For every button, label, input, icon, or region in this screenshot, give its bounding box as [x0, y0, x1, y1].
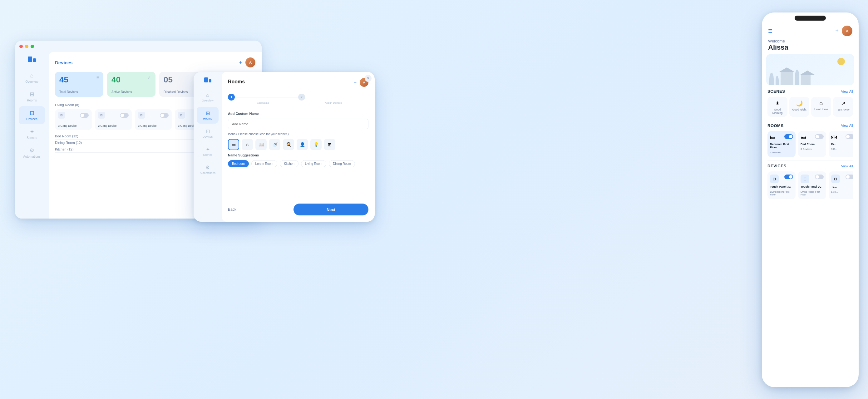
sidebar-item-devices[interactable]: ⊡ Devices — [19, 106, 45, 124]
phone-scroll-body[interactable]: SCENES View All ☀ Good Morning 🌙 Good Ni… — [762, 89, 859, 387]
sidebar-item-rooms[interactable]: ⊞ Rooms — [19, 87, 45, 105]
tablet-page-title: Rooms — [228, 79, 245, 85]
device-name-2: 2 Gang Device — [98, 124, 129, 127]
next-button[interactable]: Next — [293, 204, 368, 215]
scene-good-night[interactable]: 🌙 Good Night — [789, 97, 809, 117]
toggle-bedroom-first[interactable] — [784, 134, 793, 139]
welcome-name: Alissa — [768, 43, 852, 52]
toggle-dining[interactable] — [845, 134, 853, 139]
stat-active-devices: 40 ✓ Active Devices — [107, 72, 155, 97]
scenes-grid: ☀ Good Morning 🌙 Good Night ⌂ I am Home … — [768, 97, 853, 117]
device-phone-card-2[interactable]: ⊡ Touch Panel 2G Living Room First Floor — [798, 172, 826, 199]
toggle-3[interactable] — [160, 113, 168, 118]
close-button[interactable]: × — [365, 75, 372, 82]
automations-icon: ⚙ — [29, 147, 34, 154]
step-line-1 — [235, 97, 298, 97]
i-am-home-label: I am Home — [814, 108, 828, 111]
toggle-1[interactable] — [80, 113, 89, 118]
icon-book[interactable]: 📖 — [255, 139, 267, 150]
icon-lamp[interactable]: 💡 — [310, 139, 321, 150]
sidebar-item-overview[interactable]: ⌂ Overview — [19, 69, 45, 87]
sidebar-item-automations[interactable]: ⚙ Automations — [19, 144, 45, 162]
scene-i-am-home[interactable]: ⌂ I am Home — [811, 97, 831, 117]
icon-bed[interactable]: 🛏 — [228, 139, 239, 150]
device-card-2: ⊡ 2 Gang Device — [95, 109, 132, 130]
suggestion-kitchen[interactable]: Kitchen — [280, 160, 298, 167]
step-number-1: 1 — [230, 95, 232, 99]
tablet-nav-overview[interactable]: ⌂ Overview — [197, 89, 219, 105]
dining-name: Di... — [831, 143, 853, 146]
titlebar-minimize-dot[interactable] — [25, 44, 28, 48]
icon-house[interactable]: ⌂ — [242, 139, 253, 150]
titlebar-maximize-dot[interactable] — [31, 44, 34, 48]
room-card-bedroom[interactable]: 🛏 Bed Room 3 Devices — [798, 131, 826, 157]
icon-grid-view[interactable]: ⊞ — [324, 139, 335, 150]
bedroom-first-name: Bedroom First Floor — [770, 143, 793, 150]
tablet-nav-rooms[interactable]: ⊞ Rooms — [197, 107, 219, 124]
toggle-device-2[interactable] — [815, 175, 824, 179]
scene-good-morning[interactable]: ☀ Good Morning — [768, 97, 787, 117]
devices-scroll: ⊡ Touch Panel 3G Living Room First Floor… — [768, 172, 853, 199]
tablet-main: Rooms + A 1 Add Name — [222, 72, 375, 222]
i-am-away-label: I am Away — [836, 108, 849, 112]
suggestion-bedroom[interactable]: Bedroom — [228, 160, 249, 167]
room-card-bedroom-first[interactable]: 🛏 Bedroom First Floor 6 Devices — [768, 131, 796, 157]
tablet-overview-icon: ⌂ — [206, 92, 209, 98]
phone-add-icon[interactable]: + — [835, 28, 839, 34]
sidebar-item-scenes[interactable]: ✦ Scenes — [19, 125, 45, 143]
banner-house-2 — [801, 74, 811, 85]
stat-top-active: 40 ✓ — [112, 75, 151, 85]
rooms-scroll: 🛏 Bedroom First Floor 6 Devices 🛏 Bed Ro… — [768, 131, 853, 157]
toggle-device-3[interactable] — [845, 175, 853, 179]
stat-top-total: 45 ≡ — [59, 75, 99, 85]
tablet-form: Add Custom Name Icons ( Please choose ic… — [228, 112, 368, 167]
suggestion-dining[interactable]: Dining Room — [329, 160, 355, 167]
device-phone-card-1[interactable]: ⊡ Touch Panel 3G Living Room First Floor — [768, 172, 796, 199]
tablet-nav-scenes[interactable]: ✦ Scenes — [197, 143, 219, 160]
tablet-logo-icon — [204, 78, 211, 83]
phone-avatar[interactable]: A — [842, 26, 852, 36]
icon-kitchen[interactable]: 🍳 — [283, 139, 294, 150]
divider-1 — [768, 120, 853, 120]
suggestion-lorem[interactable]: Lorem Room — [251, 160, 278, 167]
hamburger-icon[interactable]: ☰ — [768, 28, 772, 34]
back-button[interactable]: Back — [228, 207, 236, 212]
total-devices-number: 45 — [59, 75, 68, 85]
banner-tree-1 — [769, 73, 774, 85]
tablet-avatar-initial: A — [363, 81, 365, 84]
device-phone-card-3[interactable]: ⊡ To... Live... — [829, 172, 853, 199]
tablet-add-button[interactable]: + — [354, 80, 356, 85]
tablet-footer: Back Next — [228, 201, 368, 215]
logo-square-2 — [33, 58, 36, 62]
icon-bath[interactable]: 🚿 — [269, 139, 280, 150]
room-name-input[interactable] — [228, 119, 368, 129]
device-name-3: 3 Gang Device — [138, 124, 168, 127]
scenes-title: SCENES — [768, 89, 785, 94]
toggle-device-1[interactable] — [784, 175, 793, 179]
scenes-view-all[interactable]: View All — [841, 90, 853, 93]
overview-icon: ⌂ — [30, 72, 34, 79]
toggle-2[interactable] — [120, 113, 129, 118]
rooms-view-all[interactable]: View All — [841, 124, 853, 127]
tablet-nav-automations[interactable]: ⚙ Automations — [197, 161, 219, 178]
icon-person[interactable]: 👤 — [297, 139, 308, 150]
device-phone-location-3: Live... — [831, 190, 853, 193]
toggle-bedroom[interactable] — [815, 134, 824, 139]
add-button[interactable]: + — [239, 59, 242, 66]
tablet-scenes-label: Scenes — [203, 153, 212, 156]
devices-view-all[interactable]: View All — [841, 164, 853, 168]
titlebar-close-dot[interactable] — [19, 44, 23, 48]
sidebar-label-overview: Overview — [25, 80, 38, 83]
tablet-devices-label: Devices — [203, 135, 213, 138]
banner-tree-2 — [776, 76, 779, 85]
scene-i-am-away[interactable]: ↗ I am Away — [833, 97, 853, 117]
avatar[interactable]: A — [245, 57, 255, 67]
device-card-3: ⊡ 3 Gang Device — [135, 109, 172, 130]
name-suggestions: Bedroom Lorem Room Kitchen Living Room D… — [228, 160, 368, 167]
suggestion-living[interactable]: Living Room — [301, 160, 327, 167]
device-name-1: 3 Gang Device — [58, 124, 89, 127]
room-card-dining[interactable]: 🍽 Di... 3 D... — [829, 131, 853, 157]
app-logo — [24, 55, 40, 64]
tablet-nav-devices[interactable]: ⊡ Devices — [197, 125, 219, 142]
rooms-header: ROOMS View All — [768, 123, 853, 128]
